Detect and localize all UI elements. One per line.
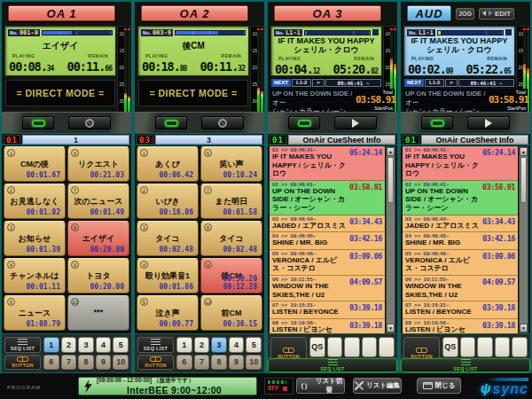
page-key[interactable]: 6: [176, 355, 192, 371]
cart-button[interactable]: 9 トヨタ 00:20.00: [67, 258, 129, 293]
cart-button[interactable]: 6 笑い声 00:10.24: [200, 146, 262, 182]
seq-list-button[interactable]: SEQ LIST: [4, 337, 41, 353]
page-key[interactable]: 2: [194, 337, 210, 353]
cart-button[interactable]: 6 リクエスト 00:21.03: [67, 146, 129, 182]
cuesheet-scrollbar[interactable]: ▲ ▼: [519, 146, 528, 333]
cart-button[interactable]: 5 泣き声 00:09.77: [137, 295, 199, 331]
page-key[interactable]: 4: [96, 337, 112, 353]
cuesheet-scrollbar[interactable]: ▲ ▼: [386, 146, 395, 333]
page-key[interactable]: [327, 337, 343, 357]
cart-button[interactable]: 3 タイコ 00:02.48: [137, 221, 199, 256]
scroll-down-icon[interactable]: ▼: [520, 324, 528, 332]
cart-button[interactable]: 10 ***: [67, 295, 129, 331]
cart-number: 5: [7, 298, 15, 306]
close-button[interactable]: 閉じる: [417, 378, 461, 394]
cart-button[interactable]: 7 また明日 00:01.58: [200, 184, 262, 219]
transport-hood: [135, 112, 264, 133]
green-led-row: [268, 380, 286, 384]
progress-bar: [42, 30, 113, 35]
page-key[interactable]: 5: [113, 337, 129, 353]
seq-list-button[interactable]: SEQ LIST: [137, 337, 174, 353]
seq-list-button[interactable]: SEQ LIST: [401, 358, 530, 372]
page-key[interactable]: 5: [246, 337, 262, 353]
page-key[interactable]: [512, 337, 528, 357]
cart-button[interactable]: 9 後CM 00:30.2000:12.28: [200, 258, 262, 293]
loop-button[interactable]: [288, 116, 320, 129]
page-key[interactable]: 4: [229, 337, 245, 353]
page-key[interactable]: QS: [309, 337, 325, 357]
cuesheet-row[interactable]: 05>>09:46:46~ 03:09.06 VERONICA / エルビス・コ…: [403, 250, 518, 276]
page-key[interactable]: 3: [78, 337, 94, 353]
button-mode-button[interactable]: BUTTON: [4, 355, 41, 371]
page-key[interactable]: 1: [176, 337, 192, 353]
cart-button[interactable]: 8 タイコ 00:02.48: [200, 221, 262, 256]
page-key[interactable]: 6: [43, 355, 59, 371]
stop-button[interactable]: [201, 116, 244, 129]
cart-duration: 00:09.77: [159, 320, 193, 328]
jog-button[interactable]: JOG: [456, 8, 474, 20]
cart-button[interactable]: 4 殴り効果音1 00:01.86: [137, 258, 199, 293]
button-mode-button[interactable]: BUTTON: [137, 355, 174, 371]
play-button[interactable]: [334, 116, 377, 129]
cart-button[interactable]: 7 次のニュース 00:01.49: [67, 184, 129, 219]
scroll-down-icon[interactable]: ▼: [387, 324, 395, 332]
scroll-thumb[interactable]: [520, 157, 527, 203]
page-key[interactable]: [344, 337, 360, 357]
cuesheet-row[interactable]: 07>>10:15:31~ 03:39.18 LISTEN / BEYONCE: [403, 301, 518, 319]
page-key[interactable]: 7: [61, 355, 77, 371]
page-key[interactable]: [379, 337, 395, 357]
page-key[interactable]: 9: [96, 355, 112, 371]
page-key[interactable]: 2: [61, 337, 77, 353]
page-key[interactable]: 8: [211, 355, 227, 371]
page-key[interactable]: QS: [442, 337, 458, 357]
cart-button[interactable]: 3 お知らせ 00:01.39: [4, 221, 66, 256]
page-key[interactable]: 9: [229, 355, 245, 371]
page-key[interactable]: 7: [194, 355, 210, 371]
edit-button[interactable]: EDIT: [479, 8, 514, 20]
page-key[interactable]: 8: [78, 355, 94, 371]
loop-button[interactable]: [155, 116, 187, 129]
cuesheet-row[interactable]: 01>>09:46:41~ 05:24.14 IF IT MAKES YOU H…: [403, 146, 518, 181]
scroll-up-icon[interactable]: ▲: [387, 147, 395, 156]
cart-button[interactable]: 1 あくび 00:06.42: [137, 146, 199, 182]
cart-label: タイコ: [203, 233, 260, 245]
loop-button[interactable]: [421, 116, 453, 129]
scroll-thumb[interactable]: [387, 157, 394, 203]
seq-list-button[interactable]: SEQ LIST: [268, 358, 397, 372]
cuesheet-row[interactable]: 03>>09:46:44~ 03:34.43 JADED / エアロスミス: [270, 215, 385, 233]
cart-button[interactable]: 2 いびき 00:18.06: [137, 184, 199, 219]
list-switch-button[interactable]: （） リスト切替: [296, 378, 345, 394]
play-button[interactable]: [467, 116, 510, 129]
cuesheet-row[interactable]: 07>>10:15:31~ 03:39.18 LISTEN / BEYONCE: [270, 301, 385, 319]
cuesheet-row[interactable]: 06>>10:11:55~ 04:09.57 WINDOW IN THE SKI…: [270, 276, 385, 301]
cuesheet-row[interactable]: 08>>10:19:56~ 03:39.18 LISTEN / ビヨンセ: [403, 319, 518, 333]
page-key[interactable]: [460, 337, 476, 357]
cuesheet-row[interactable]: 08>>10:19:56~ 03:39.18 LISTEN / ビヨンセ: [270, 319, 385, 333]
cuesheet-row[interactable]: 05>>09:46:46~ 03:09.06 VERONICA / エルビス・コ…: [270, 250, 385, 276]
cuesheet-row[interactable]: 02>>09:46:41~ 03:58.91 UP ON THE DOWN SI…: [270, 181, 385, 215]
list-edit-button[interactable]: リスト編集: [353, 378, 402, 394]
cart-button[interactable]: 5 ニュース 01:08.79: [4, 295, 66, 331]
page-key[interactable]: [495, 337, 511, 357]
cuesheet-row[interactable]: 02>>09:46:41~ 03:58.91 UP ON THE DOWN SI…: [403, 181, 518, 215]
page-key[interactable]: 1: [43, 337, 59, 353]
cuesheet-row[interactable]: 03>>09:46:44~ 03:34.43 JADED / エアロスミス: [403, 215, 518, 233]
cuesheet-row[interactable]: 06>>10:11:55~ 04:09.57 WINDOW IN THE SKI…: [403, 276, 518, 301]
page-key[interactable]: [362, 337, 378, 357]
cuesheet-row[interactable]: 04>>09:46:45~ 03:42.16 SHINE / MR. BIG: [270, 232, 385, 250]
cart-button[interactable]: 8 エイザイ 00:20.00: [67, 221, 129, 256]
page-key[interactable]: [477, 337, 493, 357]
page-key[interactable]: 3: [211, 337, 227, 353]
stop-button[interactable]: [68, 116, 111, 129]
cart-button[interactable]: 2 お見逃しなく 00:01.02: [4, 184, 66, 219]
loop-button[interactable]: [22, 116, 54, 129]
cart-grid: 1 CMの後 00:01.67 6 リクエスト 00:21.03 2 お見逃しな…: [4, 146, 129, 332]
cart-button[interactable]: 10 前CM 00:36.15: [200, 295, 262, 331]
scroll-up-icon[interactable]: ▲: [520, 147, 528, 156]
page-key[interactable]: 10: [246, 355, 262, 371]
cart-button[interactable]: 4 チャンネルは 00:01.11: [4, 258, 66, 293]
cuesheet-row[interactable]: 04>>09:46:45~ 03:42.16 SHINE / MR. BIG: [403, 232, 518, 250]
cart-button[interactable]: 1 CMの後 00:01.67: [4, 146, 66, 182]
cuesheet-row[interactable]: 01>>09:46:41~ 05:24.14 IF IT MAKES YOU H…: [270, 146, 385, 181]
page-key[interactable]: 10: [113, 355, 129, 371]
